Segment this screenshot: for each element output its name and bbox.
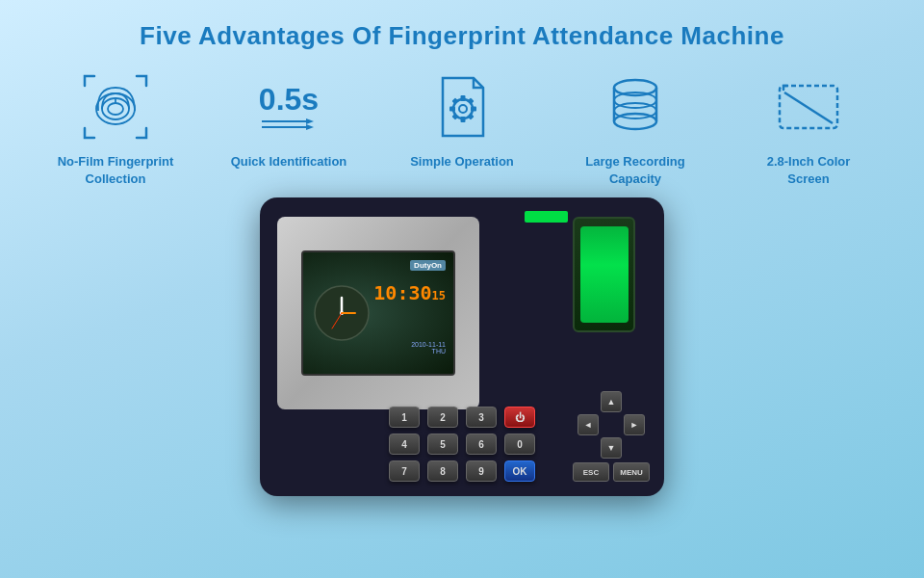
nav-esc-menu: ESC MENU	[573, 462, 650, 482]
key-9[interactable]: 9	[466, 460, 497, 482]
key-2[interactable]: 2	[427, 407, 458, 428]
menu-button[interactable]: MENU	[613, 462, 650, 482]
svg-rect-16	[451, 113, 458, 119]
svg-rect-12	[471, 107, 476, 112]
nav-right[interactable]: ►	[624, 414, 645, 435]
key-ok[interactable]: OK	[504, 460, 535, 482]
screen-clock-face	[313, 284, 371, 342]
advantage-large-recording: Large RecordingCapacity	[549, 68, 722, 188]
nav-btns: ▲ ◄ ► ▼ ESC MENU	[573, 391, 650, 482]
device-left-panel: DutyOn 10:3015 2010-11-11 THU	[277, 217, 479, 409]
device-screen: DutyOn 10:3015 2010-11-11 THU	[301, 250, 455, 376]
svg-rect-15	[467, 97, 474, 104]
svg-rect-10	[461, 117, 466, 122]
advantage-quick-id: 0.5s Quick Identification	[202, 68, 375, 171]
fingerprint-sensor	[573, 217, 635, 332]
svg-rect-13	[451, 97, 458, 104]
key-power[interactable]: ⏻	[504, 407, 535, 428]
svg-rect-11	[449, 107, 455, 112]
nav-left[interactable]: ◄	[578, 414, 599, 435]
key-8[interactable]: 8	[427, 460, 458, 482]
nav-down[interactable]: ▼	[601, 437, 622, 459]
simple-op-icon	[424, 68, 500, 145]
advantage-quick-id-label: Quick Identification	[231, 153, 347, 171]
screen-time: 10:3015	[373, 281, 446, 304]
key-0[interactable]: 0	[504, 434, 535, 455]
esc-button[interactable]: ESC	[573, 462, 609, 482]
screen-date: 2010-11-11 THU	[411, 341, 446, 355]
screen-brand: DutyOn	[410, 260, 446, 271]
advantages-row: No-Film FingerprintCollection 0.5s Quick…	[0, 68, 924, 188]
nav-cross: ▲ ◄ ► ▼	[578, 391, 645, 459]
device-container: DutyOn 10:3015 2010-11-11 THU 1 2	[0, 197, 924, 496]
keypad-area: 1 2 3 ⏻ 4 5 6 0 7 8 9 OK	[389, 407, 535, 482]
svg-rect-14	[467, 113, 474, 119]
quick-id-icon: 0.5s	[250, 68, 327, 145]
fp-glow	[580, 226, 629, 323]
screen-inner: DutyOn 10:3015 2010-11-11 THU	[303, 252, 453, 374]
key-5[interactable]: 5	[427, 434, 458, 455]
svg-point-0	[108, 103, 123, 115]
svg-point-22	[614, 103, 656, 118]
svg-point-8	[459, 105, 467, 113]
advantage-color-screen-label: 2.8-Inch ColorScreen	[767, 153, 851, 188]
advantage-simple-op: Simple Operation	[375, 68, 549, 171]
green-indicator	[525, 211, 568, 223]
key-7[interactable]: 7	[389, 460, 420, 482]
svg-marker-6	[306, 124, 314, 130]
fingerprint-icon	[77, 68, 154, 145]
keypad-row-2: 4 5 6 0	[389, 434, 535, 455]
advantage-no-film-fp-label: No-Film FingerprintCollection	[58, 153, 174, 188]
nav-up[interactable]: ▲	[601, 391, 622, 412]
key-1[interactable]: 1	[389, 407, 420, 428]
attendance-machine: DutyOn 10:3015 2010-11-11 THU 1 2	[260, 197, 664, 496]
advantage-large-recording-label: Large RecordingCapacity	[585, 153, 684, 188]
page-title: Five Advantages Of Fingerprint Attendanc…	[0, 0, 924, 68]
svg-line-24	[784, 92, 833, 123]
key-6[interactable]: 6	[466, 434, 497, 455]
advantage-no-film-fp: No-Film FingerprintCollection	[29, 68, 202, 188]
key-3[interactable]: 3	[466, 407, 497, 428]
svg-marker-4	[306, 118, 314, 124]
screen-icon	[770, 68, 847, 145]
svg-rect-9	[461, 95, 466, 101]
advantage-color-screen: 2.8-Inch ColorScreen	[722, 68, 895, 188]
database-icon	[597, 68, 674, 145]
keypad-row-1: 1 2 3 ⏻	[389, 407, 535, 428]
advantage-simple-op-label: Simple Operation	[410, 153, 514, 171]
key-4[interactable]: 4	[389, 434, 420, 455]
keypad-row-3: 7 8 9 OK	[389, 460, 535, 482]
quick-id-value: 0.5s	[259, 84, 319, 115]
